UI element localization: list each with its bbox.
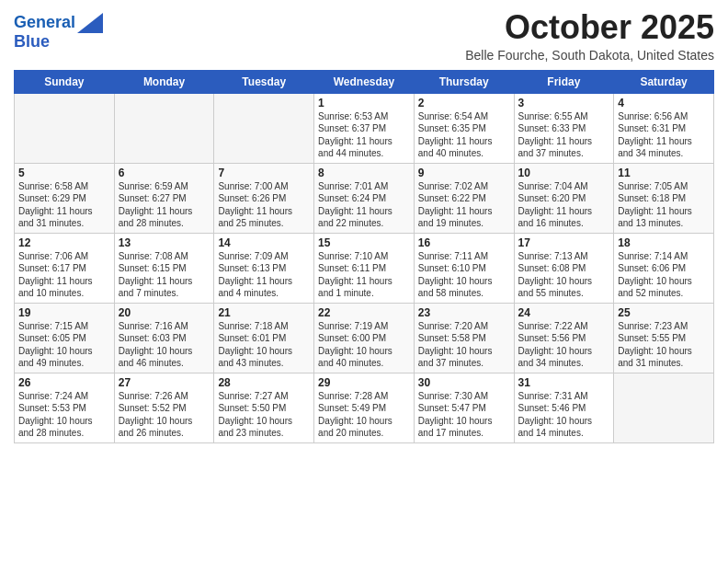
- calendar-week-4: 19Sunrise: 7:15 AM Sunset: 6:05 PM Dayli…: [15, 303, 714, 373]
- month-title: October 2025: [465, 9, 714, 46]
- calendar-cell: 12Sunrise: 7:06 AM Sunset: 6:17 PM Dayli…: [15, 233, 115, 303]
- calendar-cell: 6Sunrise: 6:59 AM Sunset: 6:27 PM Daylig…: [114, 163, 214, 233]
- calendar-cell: 1Sunrise: 6:53 AM Sunset: 6:37 PM Daylig…: [314, 93, 415, 163]
- day-info: Sunrise: 7:28 AM Sunset: 5:49 PM Dayligh…: [318, 390, 410, 440]
- logo: General Blue: [14, 13, 103, 52]
- calendar-header-row: Sunday Monday Tuesday Wednesday Thursday…: [15, 70, 714, 93]
- day-number: 27: [119, 376, 210, 389]
- day-number: 14: [218, 236, 310, 249]
- calendar-cell: 15Sunrise: 7:10 AM Sunset: 6:11 PM Dayli…: [314, 233, 415, 303]
- header-tuesday: Tuesday: [214, 70, 314, 93]
- day-number: 18: [618, 236, 710, 249]
- day-info: Sunrise: 6:58 AM Sunset: 6:29 PM Dayligh…: [18, 180, 110, 230]
- day-info: Sunrise: 7:01 AM Sunset: 6:24 PM Dayligh…: [318, 180, 410, 230]
- day-info: Sunrise: 7:10 AM Sunset: 6:11 PM Dayligh…: [318, 250, 410, 300]
- day-number: 23: [418, 306, 510, 319]
- day-info: Sunrise: 6:55 AM Sunset: 6:33 PM Dayligh…: [518, 110, 610, 160]
- day-info: Sunrise: 6:56 AM Sunset: 6:31 PM Dayligh…: [618, 110, 710, 160]
- calendar-cell: 13Sunrise: 7:08 AM Sunset: 6:15 PM Dayli…: [114, 233, 214, 303]
- day-info: Sunrise: 7:04 AM Sunset: 6:20 PM Dayligh…: [518, 180, 610, 230]
- calendar-cell: 20Sunrise: 7:16 AM Sunset: 6:03 PM Dayli…: [114, 303, 214, 373]
- calendar-cell: 3Sunrise: 6:55 AM Sunset: 6:33 PM Daylig…: [514, 93, 614, 163]
- day-info: Sunrise: 7:19 AM Sunset: 6:00 PM Dayligh…: [318, 320, 410, 370]
- day-info: Sunrise: 7:15 AM Sunset: 6:05 PM Dayligh…: [18, 320, 110, 370]
- day-info: Sunrise: 7:00 AM Sunset: 6:26 PM Dayligh…: [218, 180, 310, 230]
- calendar-cell: [114, 93, 214, 163]
- calendar-cell: 14Sunrise: 7:09 AM Sunset: 6:13 PM Dayli…: [214, 233, 314, 303]
- calendar-cell: 28Sunrise: 7:27 AM Sunset: 5:50 PM Dayli…: [214, 373, 314, 442]
- day-info: Sunrise: 7:26 AM Sunset: 5:52 PM Dayligh…: [119, 390, 210, 440]
- calendar-cell: 2Sunrise: 6:54 AM Sunset: 6:35 PM Daylig…: [414, 93, 514, 163]
- day-number: 21: [218, 306, 310, 319]
- logo-line2: Blue: [14, 32, 50, 51]
- day-number: 20: [119, 306, 210, 319]
- calendar-cell: 31Sunrise: 7:31 AM Sunset: 5:46 PM Dayli…: [514, 373, 614, 442]
- calendar-cell: 26Sunrise: 7:24 AM Sunset: 5:53 PM Dayli…: [15, 373, 115, 442]
- day-number: 11: [618, 167, 710, 179]
- calendar-cell: 18Sunrise: 7:14 AM Sunset: 6:06 PM Dayli…: [614, 233, 714, 303]
- day-number: 9: [418, 167, 510, 179]
- day-number: 19: [18, 306, 110, 319]
- calendar-cell: 29Sunrise: 7:28 AM Sunset: 5:49 PM Dayli…: [314, 373, 415, 442]
- day-number: 1: [318, 97, 410, 109]
- title-block: October 2025 Belle Fourche, South Dakota…: [465, 9, 714, 63]
- calendar-cell: 21Sunrise: 7:18 AM Sunset: 6:01 PM Dayli…: [214, 303, 314, 373]
- day-number: 15: [318, 236, 410, 249]
- day-info: Sunrise: 6:59 AM Sunset: 6:27 PM Dayligh…: [119, 180, 210, 230]
- day-number: 2: [418, 97, 510, 109]
- day-number: 8: [318, 167, 410, 179]
- logo-text: General: [14, 14, 75, 32]
- page-container: General Blue October 2025 Belle Fourche,…: [0, 0, 728, 448]
- day-info: Sunrise: 7:27 AM Sunset: 5:50 PM Dayligh…: [218, 390, 310, 440]
- header: General Blue October 2025 Belle Fourche,…: [14, 9, 714, 63]
- calendar-cell: 17Sunrise: 7:13 AM Sunset: 6:08 PM Dayli…: [514, 233, 614, 303]
- header-saturday: Saturday: [614, 70, 714, 93]
- day-info: Sunrise: 7:05 AM Sunset: 6:18 PM Dayligh…: [618, 180, 710, 230]
- day-number: 30: [418, 376, 510, 389]
- location-subtitle: Belle Fourche, South Dakota, United Stat…: [465, 48, 714, 63]
- calendar-cell: 22Sunrise: 7:19 AM Sunset: 6:00 PM Dayli…: [314, 303, 415, 373]
- header-sunday: Sunday: [15, 70, 115, 93]
- day-number: 4: [618, 97, 710, 109]
- day-number: 6: [119, 167, 210, 179]
- calendar-cell: [15, 93, 115, 163]
- day-number: 12: [18, 236, 110, 249]
- logo-icon: [77, 13, 103, 33]
- day-info: Sunrise: 7:16 AM Sunset: 6:03 PM Dayligh…: [119, 320, 210, 370]
- day-number: 10: [518, 167, 610, 179]
- calendar-cell: 11Sunrise: 7:05 AM Sunset: 6:18 PM Dayli…: [614, 163, 714, 233]
- day-info: Sunrise: 7:18 AM Sunset: 6:01 PM Dayligh…: [218, 320, 310, 370]
- day-number: 25: [618, 306, 710, 319]
- day-number: 17: [518, 236, 610, 249]
- calendar-week-5: 26Sunrise: 7:24 AM Sunset: 5:53 PM Dayli…: [15, 373, 714, 442]
- day-number: 29: [318, 376, 410, 389]
- header-friday: Friday: [514, 70, 614, 93]
- header-monday: Monday: [114, 70, 214, 93]
- calendar-cell: [214, 93, 314, 163]
- calendar-cell: [614, 373, 714, 442]
- day-number: 31: [518, 376, 610, 389]
- calendar-cell: 4Sunrise: 6:56 AM Sunset: 6:31 PM Daylig…: [614, 93, 714, 163]
- day-info: Sunrise: 7:20 AM Sunset: 5:58 PM Dayligh…: [418, 320, 510, 370]
- calendar-cell: 23Sunrise: 7:20 AM Sunset: 5:58 PM Dayli…: [414, 303, 514, 373]
- calendar-cell: 10Sunrise: 7:04 AM Sunset: 6:20 PM Dayli…: [514, 163, 614, 233]
- day-number: 28: [218, 376, 310, 389]
- day-info: Sunrise: 7:22 AM Sunset: 5:56 PM Dayligh…: [518, 320, 610, 370]
- day-info: Sunrise: 7:14 AM Sunset: 6:06 PM Dayligh…: [618, 250, 710, 300]
- day-info: Sunrise: 7:11 AM Sunset: 6:10 PM Dayligh…: [418, 250, 510, 300]
- calendar-week-3: 12Sunrise: 7:06 AM Sunset: 6:17 PM Dayli…: [15, 233, 714, 303]
- day-number: 3: [518, 97, 610, 109]
- day-info: Sunrise: 7:24 AM Sunset: 5:53 PM Dayligh…: [18, 390, 110, 440]
- day-number: 26: [18, 376, 110, 389]
- header-thursday: Thursday: [414, 70, 514, 93]
- calendar-cell: 5Sunrise: 6:58 AM Sunset: 6:29 PM Daylig…: [15, 163, 115, 233]
- svg-marker-0: [77, 13, 103, 33]
- day-info: Sunrise: 6:53 AM Sunset: 6:37 PM Dayligh…: [318, 110, 410, 160]
- calendar-cell: 7Sunrise: 7:00 AM Sunset: 6:26 PM Daylig…: [214, 163, 314, 233]
- calendar-cell: 8Sunrise: 7:01 AM Sunset: 6:24 PM Daylig…: [314, 163, 415, 233]
- day-info: Sunrise: 7:30 AM Sunset: 5:47 PM Dayligh…: [418, 390, 510, 440]
- day-number: 22: [318, 306, 410, 319]
- calendar-cell: 30Sunrise: 7:30 AM Sunset: 5:47 PM Dayli…: [414, 373, 514, 442]
- day-number: 5: [18, 167, 110, 179]
- day-info: Sunrise: 7:08 AM Sunset: 6:15 PM Dayligh…: [119, 250, 210, 300]
